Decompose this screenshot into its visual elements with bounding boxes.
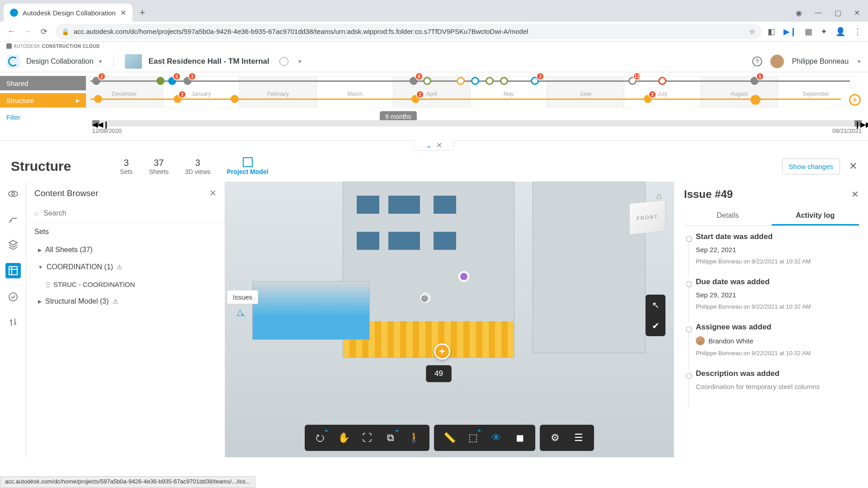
ext-icon[interactable]: ◧	[768, 27, 775, 37]
explode-tool-icon[interactable]: ⬚	[461, 428, 485, 447]
badge: 3	[188, 72, 196, 80]
project-thumbnail[interactable]	[125, 54, 142, 69]
new-tab-button[interactable]: +	[135, 5, 150, 20]
minimize-icon[interactable]: —	[815, 9, 822, 17]
activity-item: Description was added Coordination for t…	[684, 363, 859, 401]
camera-marker-icon[interactable]: ◎	[420, 293, 430, 303]
tree-row-struc-coord[interactable]: ▯STRUC - COORDINATION	[30, 276, 221, 293]
layers-icon[interactable]	[6, 238, 20, 251]
tab-activity-log[interactable]: Activity log	[772, 207, 859, 225]
help-icon[interactable]: ?	[752, 56, 762, 66]
timeline-filter[interactable]: Filter	[0, 110, 86, 125]
stat-project-model[interactable]: Project Model	[227, 157, 269, 175]
search-input[interactable]	[43, 209, 217, 217]
pkg-dot[interactable]	[231, 95, 239, 103]
pkg-dot[interactable]	[486, 77, 494, 85]
issue-add-marker[interactable]: +	[434, 343, 450, 360]
nav-fwd-icon[interactable]: →	[23, 27, 33, 37]
building-geometry	[252, 281, 370, 340]
bookmark-star-icon[interactable]: ☆	[749, 28, 755, 36]
lane-structure[interactable]: Structure▶	[0, 93, 86, 108]
chevron-down-icon[interactable]: ▼	[297, 59, 302, 64]
pkg-dot[interactable]	[156, 77, 165, 85]
cb-section-label: Sets	[26, 222, 225, 241]
viewcube[interactable]: FRONT	[629, 200, 665, 235]
record-icon[interactable]: ◉	[796, 9, 802, 17]
module-switcher[interactable]: Design Collaboration ▼	[26, 57, 103, 66]
viewer-rail	[0, 182, 26, 457]
scroll-handle-left[interactable]: ◀◀❙	[92, 120, 99, 127]
browser-tab-active[interactable]: Autodesk Design Collaboration ✕	[4, 4, 132, 22]
close-window-icon[interactable]: ✕	[854, 9, 860, 17]
ghost-tool-icon[interactable]: 👁	[485, 428, 508, 447]
ext-icon[interactable]: ▦	[805, 27, 812, 37]
levels-icon[interactable]	[6, 212, 20, 226]
add-package-button[interactable]: +	[849, 94, 861, 106]
profile-icon[interactable]: 👤	[835, 27, 845, 37]
user-avatar[interactable]	[770, 55, 784, 68]
timeline: Shared Structure▶ Filter December Januar…	[0, 72, 868, 140]
pan-tool-icon[interactable]: ✋	[332, 428, 355, 447]
tree-row-structural-model[interactable]: ▶Structural Model (3)⚠	[30, 293, 221, 310]
nav-back-icon[interactable]: ←	[6, 27, 16, 37]
tree-row-coordination[interactable]: ▼COORDINATION (1)⚠	[30, 258, 221, 276]
close-icon[interactable]: ✕	[209, 188, 217, 198]
pkg-dot[interactable]	[457, 77, 465, 85]
tree-row-allsheets[interactable]: ▶All Sheets (37)	[30, 241, 221, 258]
ext-icon[interactable]: ▶❙	[783, 27, 797, 37]
close-section-icon[interactable]: ✕	[849, 160, 857, 172]
zoom-tool-icon[interactable]: ⛶	[355, 428, 379, 447]
compare-icon[interactable]	[6, 315, 20, 329]
address-bar[interactable]: 🔒 acc.autodesk.com/dc/home/projects/597a…	[55, 24, 761, 39]
browser-toolbar: ← → ⟳ 🔒 acc.autodesk.com/dc/home/project…	[0, 22, 868, 42]
visibility-icon[interactable]	[6, 187, 20, 201]
globe-icon[interactable]	[279, 57, 288, 66]
issue-marker[interactable]	[458, 271, 469, 282]
issue-number-chip[interactable]: 49	[426, 365, 452, 382]
menu-icon[interactable]: ⋮	[854, 27, 862, 37]
model-viewer[interactable]: Issues △↖ ◎ + 49 ⌂ FRONT ↖ ✔ ⭮ ✋ ⛶ ⧉ 🚶 📏…	[225, 182, 674, 457]
maximize-icon[interactable]: ▢	[835, 9, 841, 17]
walk-tool-icon[interactable]: 🚶	[402, 428, 426, 447]
cube-tool-icon[interactable]: ◼	[508, 428, 532, 447]
module-logo-icon[interactable]	[6, 55, 20, 68]
issue-triangle-icon[interactable]: △↖	[237, 307, 247, 317]
content-browser: Content Browser ✕ ⌕ Sets ▶All Sheets (37…	[26, 182, 225, 457]
pkg-dot-current[interactable]	[750, 95, 760, 105]
extensions-icon[interactable]: ✦	[821, 27, 827, 37]
check-icon[interactable]	[6, 290, 20, 304]
caret-right-icon: ▶	[38, 299, 42, 305]
url-text: acc.autodesk.com/dc/home/projects/597a5b…	[74, 28, 528, 35]
chevron-down-icon[interactable]: ▼	[857, 59, 862, 64]
pkg-dot[interactable]	[423, 77, 431, 85]
scroll-handle-right[interactable]: ❙▶▶	[854, 120, 862, 127]
cb-search[interactable]: ⌕	[26, 205, 225, 222]
ok-tool-icon[interactable]: ✔	[646, 315, 665, 336]
orbit-tool-icon[interactable]: ⭮	[308, 428, 332, 447]
stat-sheets[interactable]: 37Sheets	[149, 158, 169, 175]
measure-tool-icon[interactable]: 📏	[438, 428, 461, 447]
settings-tool-icon[interactable]: ⚙	[543, 428, 567, 447]
pkg-dot[interactable]	[500, 77, 508, 85]
reload-icon[interactable]: ⟳	[39, 27, 49, 37]
collapser-tab[interactable]: ⌄ ✕	[414, 140, 454, 150]
tab-close-icon[interactable]: ✕	[120, 9, 126, 17]
svg-point-3	[9, 293, 17, 301]
lane-shared[interactable]: Shared	[0, 76, 86, 90]
pkg-dot[interactable]	[94, 95, 102, 103]
stat-3dviews[interactable]: 33D views	[185, 158, 211, 175]
section-tool-icon[interactable]: ⧉	[379, 428, 402, 447]
cursor-tool-icon[interactable]: ↖	[646, 295, 665, 315]
stat-sets[interactable]: 3Sets	[120, 158, 132, 175]
pkg-dot[interactable]	[471, 77, 479, 85]
separator	[113, 55, 114, 68]
show-changes-button[interactable]: Show changes	[782, 159, 840, 174]
pkg-dot[interactable]	[658, 77, 666, 85]
timeline-scrollbar[interactable]: ◀◀❙ ❙▶▶	[92, 120, 862, 127]
home-icon[interactable]: ⌂	[656, 191, 662, 201]
properties-tool-icon[interactable]: ☰	[567, 428, 590, 447]
model-browser-icon[interactable]	[5, 263, 21, 278]
assignee-avatar	[696, 336, 705, 345]
tab-details[interactable]: Details	[684, 207, 772, 225]
close-icon[interactable]: ✕	[851, 189, 859, 200]
